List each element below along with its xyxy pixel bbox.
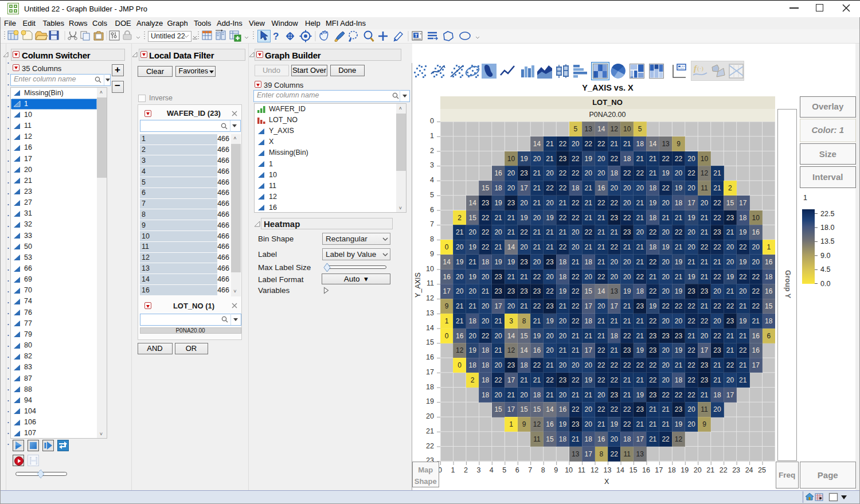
svg-text:18: 18: [481, 376, 489, 384]
svg-text:18: 18: [584, 435, 592, 443]
svg-text:16: 16: [752, 346, 760, 354]
svg-text:15: 15: [765, 302, 773, 310]
svg-text:20: 20: [597, 154, 605, 162]
svg-text:20: 20: [636, 184, 644, 192]
svg-text:19: 19: [520, 213, 528, 221]
svg-text:20: 20: [533, 213, 541, 221]
svg-text:21: 21: [597, 331, 605, 339]
svg-text:21: 21: [752, 317, 760, 325]
svg-text:21: 21: [713, 361, 721, 369]
svg-text:21: 21: [662, 213, 670, 221]
svg-text:22: 22: [739, 346, 747, 354]
svg-text:23: 23: [533, 287, 541, 295]
svg-text:23: 23: [546, 257, 554, 265]
svg-text:20: 20: [558, 317, 566, 325]
svg-text:15: 15: [520, 405, 528, 413]
svg-text:21: 21: [546, 390, 554, 398]
svg-text:23: 23: [507, 287, 515, 295]
svg-text:21: 21: [456, 302, 464, 310]
svg-text:23: 23: [687, 287, 695, 295]
svg-text:22: 22: [520, 228, 528, 236]
svg-text:20: 20: [662, 228, 670, 236]
svg-text:13: 13: [610, 287, 618, 295]
svg-text:22: 22: [610, 405, 618, 413]
svg-text:21: 21: [481, 287, 489, 295]
svg-text:20: 20: [572, 139, 580, 147]
svg-text:20: 20: [546, 198, 554, 206]
svg-text:22: 22: [713, 272, 721, 280]
svg-text:23: 23: [700, 361, 708, 369]
svg-text:21: 21: [558, 228, 566, 236]
svg-text:19: 19: [674, 346, 682, 354]
svg-text:22: 22: [572, 198, 580, 206]
svg-text:19: 19: [546, 317, 554, 325]
svg-text:21: 21: [610, 346, 618, 354]
svg-text:22: 22: [533, 272, 541, 280]
svg-text:21: 21: [739, 302, 747, 310]
svg-text:16: 16: [765, 287, 773, 295]
svg-text:20: 20: [468, 331, 476, 339]
svg-text:19: 19: [687, 213, 695, 221]
svg-text:22: 22: [687, 317, 695, 325]
svg-text:16: 16: [597, 435, 605, 443]
svg-text:23: 23: [494, 272, 502, 280]
svg-text:21: 21: [726, 228, 734, 236]
svg-text:16: 16: [752, 228, 760, 236]
svg-text:20: 20: [610, 184, 618, 192]
svg-text:14: 14: [468, 198, 476, 206]
svg-text:22: 22: [687, 302, 695, 310]
svg-text:21: 21: [739, 361, 747, 369]
svg-text:21: 21: [456, 228, 464, 236]
svg-text:14: 14: [597, 287, 605, 295]
svg-text:17: 17: [636, 435, 644, 443]
svg-text:19: 19: [494, 198, 502, 206]
svg-text:14: 14: [507, 243, 515, 251]
svg-text:12: 12: [674, 435, 682, 443]
svg-text:19: 19: [739, 317, 747, 325]
svg-text:19: 19: [584, 376, 592, 384]
svg-text:18: 18: [713, 390, 721, 398]
svg-text:22: 22: [636, 272, 644, 280]
svg-text:21: 21: [507, 272, 515, 280]
svg-text:20: 20: [623, 257, 631, 265]
svg-text:21: 21: [700, 213, 708, 221]
svg-text:20: 20: [726, 376, 734, 384]
svg-text:18: 18: [648, 243, 656, 251]
svg-text:22: 22: [687, 169, 695, 177]
svg-text:19: 19: [558, 420, 566, 428]
svg-text:18: 18: [648, 213, 656, 221]
svg-text:21: 21: [572, 435, 580, 443]
svg-text:20: 20: [572, 243, 580, 251]
svg-text:23: 23: [700, 287, 708, 295]
svg-text:22: 22: [648, 257, 656, 265]
svg-text:22: 22: [623, 213, 631, 221]
svg-text:19: 19: [739, 228, 747, 236]
svg-text:22: 22: [572, 376, 580, 384]
svg-text:20: 20: [726, 243, 734, 251]
svg-text:21: 21: [507, 228, 515, 236]
svg-text:16: 16: [494, 169, 502, 177]
svg-text:20: 20: [687, 184, 695, 192]
svg-text:21: 21: [623, 302, 631, 310]
svg-text:21: 21: [623, 139, 631, 147]
svg-text:9: 9: [522, 420, 526, 428]
svg-text:20: 20: [662, 376, 670, 384]
svg-text:22: 22: [597, 272, 605, 280]
svg-text:21: 21: [636, 198, 644, 206]
svg-text:0: 0: [444, 243, 448, 251]
svg-text:23: 23: [546, 302, 554, 310]
svg-text:21: 21: [533, 243, 541, 251]
svg-text:23: 23: [623, 346, 631, 354]
svg-text:22: 22: [558, 243, 566, 251]
svg-text:18: 18: [572, 184, 580, 192]
svg-text:18: 18: [765, 272, 773, 280]
svg-text:22: 22: [481, 243, 489, 251]
svg-text:21: 21: [700, 390, 708, 398]
svg-text:21: 21: [507, 390, 515, 398]
svg-text:9: 9: [677, 139, 681, 147]
svg-text:22: 22: [546, 376, 554, 384]
svg-text:17: 17: [752, 361, 760, 369]
svg-text:18: 18: [481, 390, 489, 398]
svg-text:22: 22: [662, 154, 670, 162]
svg-text:21: 21: [597, 420, 605, 428]
